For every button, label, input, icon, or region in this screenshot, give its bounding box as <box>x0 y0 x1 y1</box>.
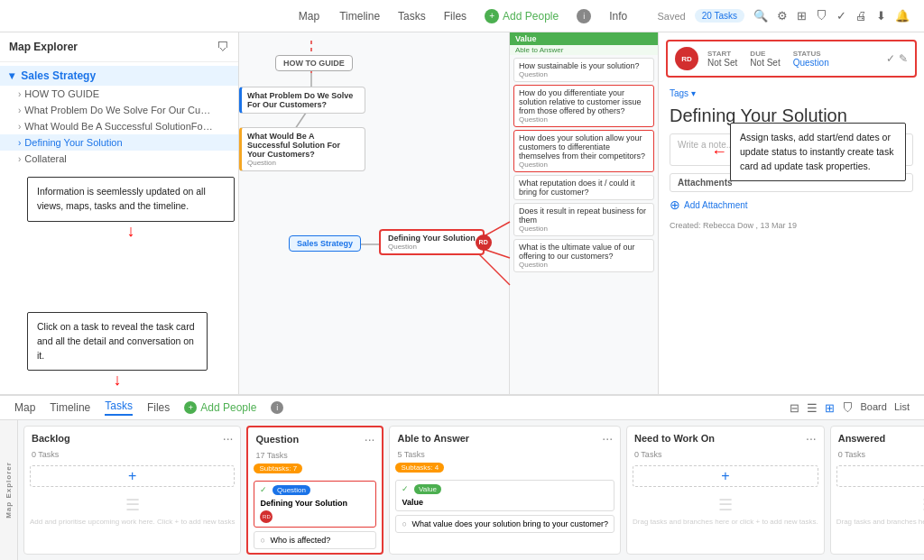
map-card-2-title: What Would Be A Successful Solution For … <box>247 132 359 159</box>
backlog-more-icon[interactable]: ··· <box>223 431 234 445</box>
kanban-card-defining[interactable]: ✓ Question Defining Your Solution RD <box>254 481 376 528</box>
check-icon-def: ✓ <box>260 485 267 494</box>
callout1-arrow: ↓ <box>127 223 135 239</box>
map-area: HOW TO GUIDE What Problem Do We Solve Fo… <box>239 32 658 394</box>
question-more-icon[interactable]: ··· <box>365 432 375 446</box>
value-card-title: Value <box>402 498 608 507</box>
circle-icon-who: ○ <box>260 536 264 545</box>
panel-check-icon[interactable]: ✓ <box>886 52 895 65</box>
answered-empty: ☰ Drag tasks and branches here or click … <box>831 490 924 531</box>
kanban-card-tag-v: Value <box>414 484 441 494</box>
panel-created: Created: Rebecca Dow , 13 Mar 19 <box>659 217 924 234</box>
bottom-nav: Map Timeline Tasks Files + Add People i … <box>0 396 924 420</box>
kanban-card-tag-q: Question <box>273 485 310 495</box>
defining-card-title: Defining Your Solution <box>260 499 370 508</box>
kanban-col-answered: Answered ··· 0 Tasks + ☰ Drag tasks and … <box>830 426 924 555</box>
toolbar-check-icon[interactable]: ✓ <box>836 9 846 23</box>
backlog-title: Backlog <box>32 433 70 444</box>
sidebar-item-collateral[interactable]: › Collateral <box>0 151 238 167</box>
sidebar-arrow-icon-3: › <box>18 122 21 132</box>
info-icon[interactable]: i <box>577 9 591 23</box>
need-add[interactable]: + <box>633 465 818 487</box>
toolbar-bell-icon[interactable]: 🔔 <box>895 9 910 23</box>
toolbar-print-icon[interactable]: 🖨 <box>855 9 867 23</box>
sidebar-item-guide[interactable]: › HOW TO GUIDE <box>0 86 238 102</box>
kanban-col-need: Need to Work On ··· 0 Tasks + ☰ Drag tas… <box>626 426 825 555</box>
kanban-col-need-header: Need to Work On ··· <box>627 427 824 450</box>
bottom-tab-tasks[interactable]: Tasks <box>105 399 133 416</box>
toolbar-filter-icon[interactable]: ⛉ <box>816 9 827 23</box>
toolbar-search-icon[interactable]: 🔍 <box>753 9 768 23</box>
panel-status: STATUS Question <box>793 50 829 68</box>
bottom-board-icon[interactable]: ⊟ <box>790 401 799 415</box>
sidebar-item-defining[interactable]: › Defining Your Solution <box>0 134 238 151</box>
sidebar-item-successful[interactable]: › What Would Be A Successful SolutionFor… <box>0 118 238 134</box>
defining-node-avatar: RD <box>476 234 492 251</box>
callout-1: Information is seemlessly updated on all… <box>27 177 235 222</box>
bottom-add-people[interactable]: + Add People <box>184 401 256 414</box>
bottom-tab-map[interactable]: Map <box>14 401 35 414</box>
need-more-icon[interactable]: ··· <box>806 431 817 445</box>
backlog-empty-icon: ☰ <box>30 495 235 515</box>
add-attachment-button[interactable]: ⊕ Add Attachment <box>659 192 924 217</box>
list-label[interactable]: List <box>894 401 910 415</box>
panel-edit-icon[interactable]: ✎ <box>899 52 908 65</box>
defining-card-avatar: RD <box>260 510 273 523</box>
kanban-col-backlog: Backlog ··· 0 Tasks + ☰ Add and prioriti… <box>23 426 241 555</box>
kanban-card-value[interactable]: ✓ Value Value <box>395 480 614 511</box>
kanban-card-why[interactable]: ○ Why are they impacted? <box>254 553 376 555</box>
map-card-2[interactable]: What Would Be A Successful Solution For … <box>239 127 365 171</box>
kanban-card-whatvalue[interactable]: ○ What value does your solution bring to… <box>395 515 614 533</box>
able-more-icon[interactable]: ··· <box>602 431 613 445</box>
how-to-guide-node: HOW TO GUIDE <box>275 55 353 71</box>
sidebar-content: ▾ Sales Strategy › HOW TO GUIDE › What P… <box>0 62 238 170</box>
map-card-1[interactable]: What Problem Do We Solve For Our Custome… <box>239 87 365 114</box>
toolbar-settings-icon[interactable]: ⚙ <box>777 9 788 23</box>
toolbar-grid-icon[interactable]: ⊞ <box>797 9 807 23</box>
main-area: Map Explorer ⛉ ▾ Sales Strategy › HOW TO… <box>0 32 924 394</box>
value-header: Value <box>510 32 658 45</box>
sidebar-item-problem[interactable]: › What Problem Do We Solve For Our Custo… <box>0 102 238 118</box>
value-item-4[interactable]: Does it result in repeat business for th… <box>513 203 654 236</box>
panel-tags[interactable]: Tags ▾ <box>659 85 924 102</box>
answered-add[interactable]: + <box>836 465 924 487</box>
backlog-add[interactable]: + <box>30 465 235 487</box>
question-subtasks-badge: Subtasks: 7 <box>254 464 302 473</box>
bottom-section: Map Timeline Tasks Files + Add People i … <box>0 394 924 560</box>
value-item-0[interactable]: How sustainable is your solution? Questi… <box>513 58 654 82</box>
value-item-1[interactable]: How do you differentiate your solution r… <box>513 85 654 127</box>
question-count: 17 Tasks <box>248 451 382 462</box>
bottom-filter-icon[interactable]: ⛉ <box>842 401 854 415</box>
defining-node[interactable]: Defining Your Solution Question RD <box>379 229 485 255</box>
bottom-grid-icon[interactable]: ⊞ <box>825 401 835 415</box>
toolbar-download-icon[interactable]: ⬇ <box>876 9 886 23</box>
sales-strategy-node[interactable]: Sales Strategy <box>289 235 361 252</box>
bottom-tab-timeline[interactable]: Timeline <box>50 401 90 414</box>
able-title: Able to Answer <box>397 433 469 444</box>
answered-title: Answered <box>838 433 886 444</box>
sidebar-arrow-icon-5: › <box>18 154 21 164</box>
tab-timeline[interactable]: Timeline <box>339 10 380 23</box>
bottom-info[interactable]: i <box>271 401 283 414</box>
kanban-card-who[interactable]: ○ Who is affected? <box>254 531 376 549</box>
sidebar-filter-icon[interactable]: ⛉ <box>217 40 229 54</box>
tab-files[interactable]: Files <box>444 10 467 23</box>
value-item-2[interactable]: How does your solution allow your custom… <box>513 130 654 172</box>
value-item-5[interactable]: What is the ultimate value of our offeri… <box>513 239 654 272</box>
circle-icon-wv: ○ <box>402 519 406 528</box>
value-column: Value Able to Answer How sustainable is … <box>509 32 658 394</box>
add-people-button[interactable]: + Add People <box>485 9 559 23</box>
callout2-arrow: ↓ <box>114 372 122 388</box>
sidebar-arrow-icon-2: › <box>18 106 21 115</box>
panel-due: DUE Not Set <box>750 50 780 68</box>
board-label[interactable]: Board <box>861 401 887 415</box>
saved-label: Saved <box>658 11 686 22</box>
tab-map[interactable]: Map <box>297 6 321 26</box>
defining-node-subtitle: Question <box>388 243 476 251</box>
bottom-tab-files[interactable]: Files <box>147 401 170 414</box>
question-title: Question <box>255 434 299 445</box>
value-item-3[interactable]: What reputation does it / could it bring… <box>513 175 654 200</box>
panel-header-box: RD START Not Set DUE Not Set STATUS Ques… <box>666 40 917 78</box>
bottom-list-icon[interactable]: ☰ <box>807 401 818 415</box>
tab-tasks[interactable]: Tasks <box>398 10 426 23</box>
